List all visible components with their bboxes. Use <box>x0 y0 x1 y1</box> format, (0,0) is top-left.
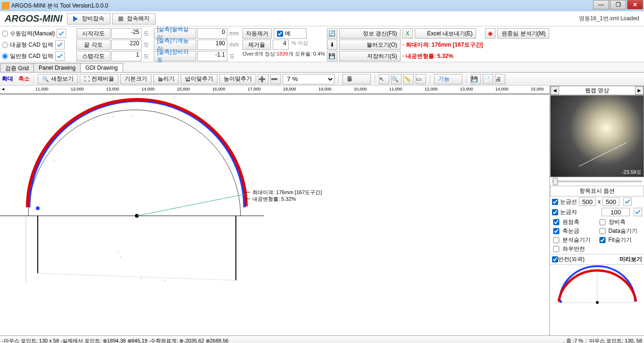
fit-height-button[interactable]: 높이맞추기 <box>219 74 256 84</box>
minimize-button[interactable]: — <box>593 0 609 9</box>
refresh-button[interactable]: 정보 갱신(F5) <box>339 28 401 39</box>
svg-point-24 <box>596 301 599 304</box>
chk-ruler[interactable] <box>552 209 558 215</box>
webcam-header: ◄ 웹캡 영상 ► <box>550 86 644 95</box>
minus-button[interactable]: ➖ <box>270 74 281 84</box>
save-icon[interactable]: 💾 <box>327 51 337 61</box>
excav-input[interactable]: 0 <box>197 28 227 39</box>
stretch-button[interactable]: 늘리기 <box>153 74 179 84</box>
maximize-button[interactable]: ❐ <box>610 0 626 9</box>
svg-text:내공변형률:  5.32%: 내공변형률: 5.32% <box>252 196 296 202</box>
svg-line-21 <box>579 143 626 166</box>
status-mouse: -마우스 포인트: 130 x 58 -실제에서 포인트: ⊗1894.38 ⊗… <box>2 337 228 343</box>
equip-label[interactable]: [실측]장비각도 <box>154 51 196 61</box>
start-angle-input[interactable]: -25 <box>111 28 142 39</box>
webcam-slider[interactable] <box>552 180 642 182</box>
connect-button[interactable]: 장비접속 <box>67 13 110 24</box>
ruler-icon[interactable]: 📏 <box>403 74 414 84</box>
status-zoom: . 줌 :7 % <box>563 337 583 343</box>
end-angle-label[interactable]: 끝 각도 <box>76 40 110 50</box>
ruler-apply[interactable] <box>634 208 642 216</box>
auto-remove-check[interactable] <box>277 31 283 37</box>
chk-invert[interactable] <box>552 256 558 262</box>
horizontal-ruler: ◄ 11,00012,00013,00014,00015,00016,00017… <box>0 86 549 94</box>
rate-label[interactable]: 제거율 <box>243 40 271 50</box>
svg-point-15 <box>132 115 133 116</box>
chk-hide-fit[interactable] <box>598 237 607 243</box>
step-angle-label[interactable]: 스텝각도 <box>76 51 110 61</box>
check-manual[interactable] <box>57 29 66 38</box>
load-button[interactable]: 불러오기(O) <box>339 40 401 50</box>
new-window-button[interactable]: 🔍새창보기 <box>38 74 78 84</box>
chk-mirror[interactable] <box>552 246 560 252</box>
chk-grid[interactable] <box>552 199 558 205</box>
radio-manual[interactable] <box>2 31 8 37</box>
preview-canvas[interactable] <box>550 264 644 335</box>
end-angle-input[interactable]: 220 <box>111 40 142 50</box>
function-button[interactable]: 기능 <box>434 74 462 84</box>
grid-w[interactable] <box>579 197 596 206</box>
top-bar: ARGOS-MINI 장비접속 접속해지 영동16_1번.xml Loaded <box>0 11 644 26</box>
excel-button[interactable]: Excel 내보내기(E) <box>415 28 476 39</box>
start-angle-label[interactable]: 시작각도 <box>76 28 110 39</box>
chk-equip[interactable] <box>598 219 607 225</box>
fit-width-button[interactable]: 넓이맞추기 <box>181 74 217 84</box>
full-ratio-button[interactable]: ⛶전체비율 <box>80 74 118 84</box>
webcam-slider-row <box>550 177 644 186</box>
tab-gdi[interactable]: GDI Drawing <box>80 63 123 72</box>
window-icon[interactable]: ▭ <box>416 74 426 84</box>
excel-icon[interactable]: X <box>402 28 413 39</box>
radio-general-cad[interactable] <box>2 53 8 59</box>
chk-axis-grid[interactable] <box>552 228 560 234</box>
analyze-icon[interactable]: ◉ <box>485 28 495 39</box>
print-icon[interactable]: 🖨 <box>495 74 505 84</box>
equip-input[interactable]: -1.1 <box>197 51 227 61</box>
plus-button[interactable]: ➕ <box>258 74 268 84</box>
window-title: ARGOS-MINI 분석 Tool Version1.0.0.0 <box>11 2 108 10</box>
svg-point-20 <box>165 280 166 281</box>
app-icon <box>2 2 9 9</box>
loaded-status: 영동16_1번.xml Loaded <box>579 15 644 23</box>
close-button[interactable]: ✕ <box>627 0 643 9</box>
grid-apply[interactable] <box>623 197 632 206</box>
zoom-in-label[interactable]: 확대 <box>2 75 13 83</box>
save-button[interactable]: 저장하기(S) <box>339 51 401 61</box>
copy-icon[interactable]: 📄 <box>483 74 493 84</box>
step-angle-input[interactable]: 1 <box>111 51 142 61</box>
chk-origin[interactable] <box>552 219 560 225</box>
chk-hide-analysis[interactable] <box>552 237 560 243</box>
preview-label: 미리보기 <box>619 255 642 263</box>
grid-h[interactable] <box>602 197 619 206</box>
tab-verify[interactable]: 검증 Grid <box>0 63 34 72</box>
analyze-button[interactable]: 원중심 분석기(M) <box>497 28 549 39</box>
zoom-out-label[interactable]: 축소 <box>18 75 30 83</box>
chk-hide-data[interactable] <box>598 228 607 234</box>
drawing-canvas[interactable]: ◄ 11,00012,00013,00014,00015,00016,00017… <box>0 86 550 335</box>
radio-arch-cad[interactable] <box>2 42 8 48</box>
tool-button[interactable]: 툴 <box>343 74 371 84</box>
default-size-button[interactable]: 기본크기 <box>120 74 151 84</box>
svg-point-19 <box>141 278 142 278</box>
disconnect-button[interactable]: 접속해지 <box>112 13 156 24</box>
svg-point-13 <box>94 120 95 121</box>
ruler-val[interactable] <box>602 208 630 216</box>
preview-header: 반전(외곽) 미리보기 <box>550 254 644 264</box>
cursor-icon[interactable]: ↖ <box>379 74 389 84</box>
zoom-select[interactable]: 7 % <box>283 74 335 84</box>
check-arch[interactable] <box>55 40 65 49</box>
tab-panel[interactable]: Panel Drawing <box>33 63 81 72</box>
machine-input[interactable]: 190 <box>197 40 227 50</box>
side-panel: ◄ 웹캡 영상 ► -23.58도 항목표시 옵션 눈금선 x 눈금자 원점축 … <box>550 86 644 335</box>
check-general[interactable] <box>55 51 65 61</box>
rate-input[interactable]: 4 <box>273 40 289 50</box>
drawing-toolbar: 확대 축소 🔍새창보기 ⛶전체비율 기본크기 늘리기 넓이맞추기 높이맞추기 ➕… <box>0 73 644 86</box>
load-icon[interactable]: ⬇ <box>327 40 337 50</box>
refresh-icon[interactable]: 🔄 <box>327 28 337 39</box>
svg-line-4 <box>38 273 236 280</box>
auto-remove-label[interactable]: 자동제거 <box>243 28 272 39</box>
magnify-icon[interactable]: 🔍 <box>391 74 401 84</box>
webcam-prev[interactable]: ◄ <box>551 86 559 95</box>
save-draw-icon[interactable]: 💾 <box>470 74 481 84</box>
result-deform: · 내공변형률: 5.32% <box>402 51 483 61</box>
webcam-next[interactable]: ► <box>635 86 644 95</box>
